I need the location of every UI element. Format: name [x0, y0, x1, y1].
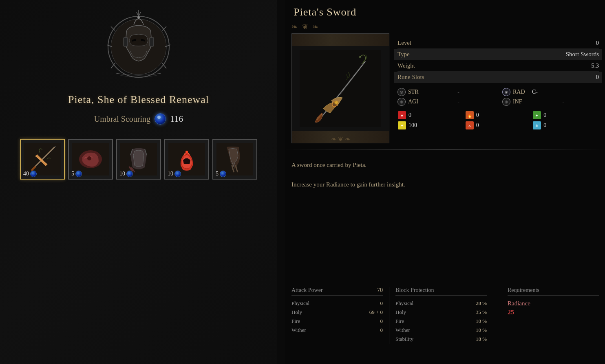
elem-holy: ✦ 100 [397, 121, 464, 130]
small-scouring-icon-5 [220, 171, 226, 177]
scaling-inf: ◎ INF - [502, 98, 599, 106]
agi-dash: - [423, 99, 494, 105]
small-scouring-icon [30, 171, 37, 177]
item-4-cost: 10 [168, 171, 181, 177]
block-holy-val: 35 % [476, 309, 487, 316]
inventory-item-1[interactable]: 40 [20, 139, 65, 180]
elem-icon-1: ♦ [397, 111, 406, 120]
boss-name: Pieta, She of Blessed Renewal [68, 94, 209, 106]
inventory-item-2[interactable]: 5 [68, 139, 113, 180]
attack-wither-label: Wither [291, 327, 306, 333]
elem-ice: ❄ 0 [532, 121, 599, 130]
rad-icon: ◉ [502, 88, 510, 96]
attack-fire-row: Fire 0 [291, 317, 383, 326]
attack-physical-row: Physical 0 [291, 299, 383, 308]
stats-divider-2 [493, 287, 493, 344]
image-decoration-top [292, 34, 389, 46]
weight-label: Weight [397, 62, 415, 69]
str-dash: - [423, 89, 494, 95]
rune-slots-row: Rune Slots 0 [394, 72, 602, 83]
rad-label: RAD [513, 89, 525, 95]
svg-point-22 [87, 156, 91, 160]
bottom-stats: Attack Power 70 Physical 0 Holy 69 + 0 F… [285, 287, 605, 344]
svg-rect-12 [150, 37, 154, 46]
block-fire-row: Fire 10 % [395, 317, 487, 326]
block-stability-val: 18 % [476, 336, 487, 342]
elem-nature-1: ✦ 0 [532, 111, 599, 120]
ice-icon: ❄ [532, 121, 541, 130]
scaling-agi: ◎ AGI - [397, 98, 494, 106]
block-wither-row: Wither 10 % [395, 326, 487, 335]
right-panel: Pieta's Sword ❧ ❦ ❧ [285, 0, 605, 364]
scouring-label: Umbral Scouring [94, 114, 150, 124]
small-scouring-icon-4 [174, 171, 181, 177]
rad-grade: C- [528, 89, 538, 95]
requirements-column: Requirements Radiance 25 [499, 287, 599, 344]
small-scouring-icon-3 [126, 171, 133, 177]
level-row: Level 0 [397, 37, 599, 49]
requirements-title: Requirements [508, 287, 599, 296]
block-protection-column: Block Protection Physical 28 % Holy 35 %… [395, 287, 487, 344]
svg-text:🜂: 🜂 [468, 124, 471, 128]
item-title: Pieta's Sword [285, 0, 605, 22]
scaling-grid: ◎ STR - ◉ RAD C- ◎ AGI - ◎ INF - [397, 88, 599, 106]
umbral-scouring-icon [155, 113, 166, 125]
block-stability-label: Stability [395, 336, 413, 342]
inventory-row: 40 5 [20, 139, 257, 180]
scaling-rad: ◉ RAD C- [502, 88, 599, 96]
small-scouring-icon-2 [75, 171, 82, 177]
block-stability-row: Stability 18 % [395, 335, 487, 344]
boss-emblem [82, 8, 196, 90]
attack-holy-val: 69 + 0 [369, 309, 383, 316]
fire-icon-2: 🜂 [465, 121, 474, 130]
svg-text:🔥: 🔥 [467, 113, 473, 118]
stats-divider [389, 287, 389, 344]
svg-point-35 [359, 56, 361, 58]
requirement-row: Radiance 25 [508, 299, 599, 317]
block-wither-val: 10 % [476, 327, 487, 333]
block-physical-val: 28 % [476, 300, 487, 307]
holy-val: 100 [408, 122, 417, 129]
item-image-frame: ❧ ❦ ❧ [291, 33, 389, 143]
nature-val-1: 0 [543, 112, 546, 118]
item-2-cost: 5 [71, 171, 82, 177]
weight-row: Weight 5.3 [397, 60, 599, 72]
svg-point-25 [185, 151, 188, 153]
inventory-item-5[interactable]: 5 [212, 139, 257, 180]
rune-slots-label: Rune Slots [397, 74, 424, 81]
scouring-row: Umbral Scouring 116 [94, 113, 183, 125]
str-icon: ◎ [397, 88, 406, 96]
ice-val: 0 [543, 122, 546, 129]
block-physical-row: Physical 28 % [395, 299, 487, 308]
block-holy-row: Holy 35 % [395, 308, 487, 317]
fire-val-2: 0 [476, 122, 479, 129]
requirement-value: 25 [508, 309, 514, 316]
block-fire-val: 10 % [476, 318, 487, 325]
attack-power-title: Attack Power 70 [291, 287, 383, 296]
attack-power-total: 70 [377, 287, 383, 294]
attack-wither-val: 0 [380, 327, 383, 333]
description-line-2: Increase your Radiance to gain further i… [291, 180, 599, 189]
attack-physical-label: Physical [291, 300, 309, 307]
type-value: Short Swords [566, 51, 599, 58]
elemental-grid: ♦ 0 🔥 0 ✦ 0 [397, 111, 599, 130]
agi-label: AGI [408, 99, 420, 105]
block-holy-label: Holy [395, 309, 406, 316]
sword-large-image [296, 46, 385, 131]
elem-fire-1: 🔥 0 [465, 111, 532, 120]
svg-rect-11 [124, 37, 128, 46]
item-stats: Level 0 Type Short Swords Weight 5.3 Run… [397, 33, 599, 143]
agi-icon: ◎ [397, 98, 406, 106]
item-top-section: ❧ ❦ ❧ Level 0 Type Short Swords Weight 5… [285, 33, 605, 143]
elem-1: ♦ 0 [397, 111, 464, 120]
item-description: A sword once carried by Pieta. Increase … [285, 156, 605, 193]
holy-icon: ✦ [397, 121, 406, 130]
item-3-cost: 10 [119, 171, 133, 177]
nature-icon-1: ✦ [532, 111, 541, 120]
rune-slots-value: 0 [596, 74, 599, 81]
level-label: Level [397, 39, 411, 46]
attack-holy-row: Holy 69 + 0 [291, 308, 383, 317]
elem-val-1: 0 [408, 112, 411, 118]
inventory-item-4[interactable]: 10 [164, 139, 209, 180]
inventory-item-3[interactable]: 10 [116, 139, 161, 180]
